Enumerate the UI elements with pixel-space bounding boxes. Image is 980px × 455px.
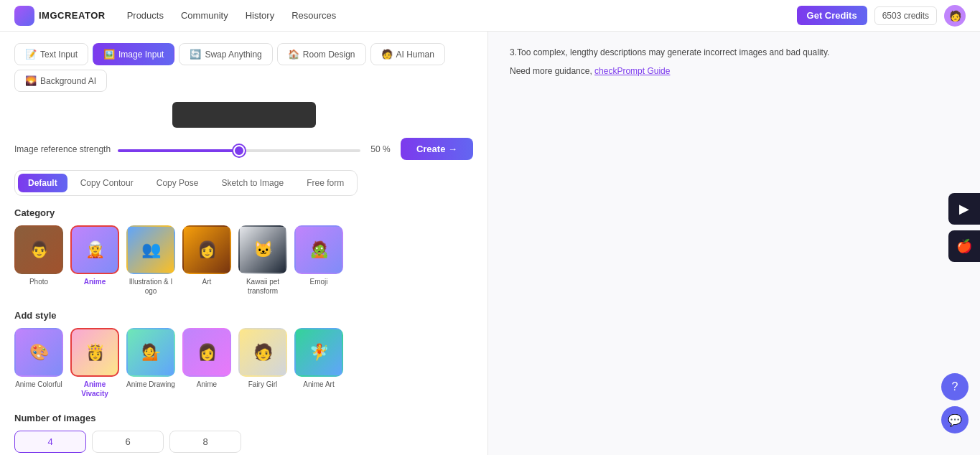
strength-slider[interactable] <box>118 149 360 152</box>
style-thumb-colorful: 🎨 <box>14 328 63 377</box>
nav-products[interactable]: Products <box>127 10 164 21</box>
navbar: IMGCREATOR Products Community History Re… <box>0 0 980 32</box>
ai-human-icon: 🧑 <box>381 49 393 60</box>
category-thumb-emoji: 🧟 <box>294 225 343 274</box>
category-name-illustration: Illustration & I ogo <box>126 277 175 296</box>
num-images-label: Number of images <box>14 413 473 423</box>
tabs-row: 📝 Text Input 🖼️ Image Input 🔄 Swap Anyth… <box>14 43 473 92</box>
style-thumb-drawing: 💁 <box>126 328 175 377</box>
image-input-icon: 🖼️ <box>103 49 115 60</box>
style-item-colorful[interactable]: 🎨 Anime Colorful <box>14 328 63 398</box>
tab-image-input[interactable]: 🖼️ Image Input <box>93 43 174 65</box>
mode-copy-contour[interactable]: Copy Contour <box>70 174 144 192</box>
logo[interactable]: IMGCREATOR <box>14 6 106 26</box>
category-name-photo: Photo <box>29 277 48 286</box>
category-thumb-anime: 🧝 <box>70 225 119 274</box>
nav-resources[interactable]: Resources <box>291 10 336 21</box>
avatar[interactable]: 🧑 <box>944 5 966 27</box>
nav-community[interactable]: Community <box>181 10 228 21</box>
category-item-emoji[interactable]: 🧟 Emoji <box>294 225 343 296</box>
category-thumb-kawaii: 🐱 <box>238 225 287 274</box>
bottom-right-buttons: ? 💬 <box>941 373 969 433</box>
style-name-drawing: Anime Drawing <box>126 380 175 389</box>
category-name-emoji: Emoji <box>309 277 327 286</box>
category-item-photo[interactable]: 👨 Photo <box>14 225 63 296</box>
style-thumb-fairy: 🧑 <box>238 328 287 377</box>
style-name-art: Anime Art <box>303 380 334 389</box>
category-name-anime: Anime <box>84 277 106 286</box>
guidance-prefix: Need more guidance, <box>510 66 594 76</box>
category-item-kawaii[interactable]: 🐱 Kawaii pet transform <box>238 225 287 296</box>
guidance-text: Need more guidance, checkPrompt Guide <box>510 65 958 78</box>
style-thumb-vivacity: 👸 <box>70 328 119 377</box>
style-item-drawing[interactable]: 💁 Anime Drawing <box>126 328 175 398</box>
logo-text: IMGCREATOR <box>39 10 106 21</box>
background-icon: 🌄 <box>25 75 37 86</box>
style-item-art[interactable]: 🧚 Anime Art <box>294 328 343 398</box>
prompt-guide-link[interactable]: checkPrompt Guide <box>594 66 670 76</box>
get-credits-button[interactable]: Get Credits <box>797 6 867 25</box>
style-name-fairy: Fairy Girl <box>248 380 278 389</box>
apple-app-button[interactable]: 🍎 <box>948 230 980 262</box>
strength-value: 50 % <box>368 144 393 154</box>
left-panel: 📝 Text Input 🖼️ Image Input 🔄 Swap Anyth… <box>0 32 488 455</box>
strength-label: Image reference strength <box>14 144 111 154</box>
mode-default[interactable]: Default <box>18 174 67 192</box>
category-name-kawaii: Kawaii pet transform <box>238 277 287 296</box>
mode-tabs: Default Copy Contour Copy Pose Sketch to… <box>14 170 358 196</box>
create-button[interactable]: Create → <box>401 138 473 160</box>
style-grid: 🎨 Anime Colorful 👸 Anime Vivacity 💁 Anim… <box>14 328 473 398</box>
tip3-text: 3.Too complex, lengthy descriptions may … <box>510 46 958 59</box>
float-right-buttons: ▶ 🍎 <box>948 193 980 262</box>
tab-text-input[interactable]: 📝 Text Input <box>14 43 88 65</box>
style-item-vivacity[interactable]: 👸 Anime Vivacity <box>70 328 119 398</box>
android-app-button[interactable]: ▶ <box>948 193 980 225</box>
num-4[interactable]: 4 <box>14 431 86 453</box>
category-item-art[interactable]: 👩 Art <box>182 225 231 296</box>
style-name-colorful: Anime Colorful <box>15 380 62 389</box>
logo-icon <box>14 6 34 26</box>
tab-room-design[interactable]: 🏠 Room Design <box>277 43 366 65</box>
nav-history[interactable]: History <box>246 10 274 21</box>
style-thumb-anime: 👩 <box>182 328 231 377</box>
num-6[interactable]: 6 <box>92 431 164 453</box>
tab-background-ai[interactable]: 🌄 Background AI <box>14 70 107 92</box>
category-grid: 👨 Photo 🧝 Anime 👥 Illustration & I ogo 👩… <box>14 225 473 296</box>
image-preview-bar[interactable] <box>172 102 316 128</box>
style-item-anime[interactable]: 👩 Anime <box>182 328 231 398</box>
tab-ai-human[interactable]: 🧑 AI Human <box>370 43 445 65</box>
room-icon: 🏠 <box>288 49 299 60</box>
category-item-anime[interactable]: 🧝 Anime <box>70 225 119 296</box>
category-thumb-photo: 👨 <box>14 225 63 274</box>
strength-row: Image reference strength 50 % Create → <box>14 138 473 160</box>
category-label: Category <box>14 207 473 218</box>
help-button[interactable]: ? <box>941 373 969 400</box>
num-8[interactable]: 8 <box>169 431 241 453</box>
style-thumb-art: 🧚 <box>294 328 343 377</box>
num-images-grid: 4 6 8 <box>14 431 473 453</box>
slider-wrapper <box>118 144 360 154</box>
chat-button[interactable]: 💬 <box>941 406 969 433</box>
right-panel: 3.Too complex, lengthy descriptions may … <box>488 32 980 455</box>
category-item-illustration[interactable]: 👥 Illustration & I ogo <box>126 225 175 296</box>
category-name-art: Art <box>202 277 212 286</box>
style-item-fairy[interactable]: 🧑 Fairy Girl <box>238 328 287 398</box>
mode-free-form[interactable]: Free form <box>297 174 354 192</box>
swap-icon: 🔄 <box>190 49 201 60</box>
mode-copy-pose[interactable]: Copy Pose <box>146 174 209 192</box>
style-name-anime: Anime <box>197 380 217 389</box>
navbar-nav: Products Community History Resources <box>127 10 797 21</box>
style-name-vivacity: Anime Vivacity <box>70 380 119 398</box>
navbar-right: Get Credits 6503 credits 🧑 <box>797 5 966 27</box>
category-thumb-art: 👩 <box>182 225 231 274</box>
credits-badge: 6503 credits <box>874 6 937 25</box>
tab-swap-anything[interactable]: 🔄 Swap Anything <box>179 43 272 65</box>
text-input-icon: 📝 <box>25 49 37 60</box>
category-thumb-illustration: 👥 <box>126 225 175 274</box>
main-layout: 📝 Text Input 🖼️ Image Input 🔄 Swap Anyth… <box>0 32 980 455</box>
add-style-label: Add style <box>14 310 473 321</box>
mode-sketch-to-image[interactable]: Sketch to Image <box>211 174 294 192</box>
